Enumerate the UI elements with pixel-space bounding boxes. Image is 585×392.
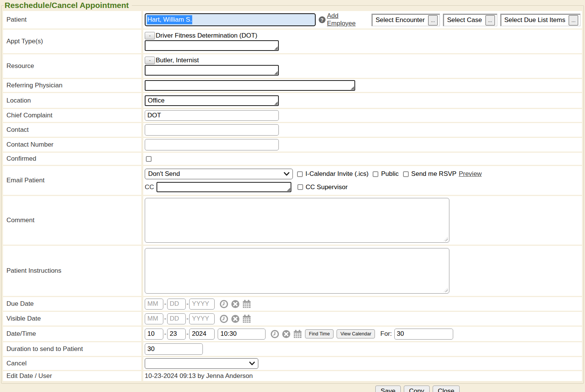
email-send-select[interactable]: Don't Send [145, 169, 293, 179]
email-patient-label: Email Patient [3, 166, 141, 195]
comment-row: Comment [3, 196, 582, 245]
comment-label: Comment [3, 196, 141, 245]
visible-date-day-input[interactable] [167, 313, 186, 324]
clear-icon[interactable] [282, 330, 291, 338]
clear-icon[interactable] [231, 315, 240, 323]
patient-row: Patient Hart, William S. ? Add Employee … [3, 11, 582, 28]
appt-types-label: Appt Type(s) [3, 30, 141, 53]
find-time-button[interactable]: Find Time [305, 329, 334, 338]
patient-instructions-row: Patient Instructions [3, 246, 582, 296]
select-due-list-items-label: Select Due List Items [504, 16, 566, 24]
resize-handle[interactable] [444, 288, 448, 292]
cancel-row: Cancel [3, 357, 582, 370]
remove-resource-button[interactable]: - [145, 57, 155, 64]
add-employee-link[interactable]: Add Employee [327, 12, 368, 27]
select-case-button[interactable]: ... [485, 15, 495, 25]
duration-label: Duration to send to Patient [3, 342, 141, 356]
remove-appt-type-button[interactable]: - [145, 32, 155, 40]
save-button[interactable]: Save [375, 386, 401, 392]
send-me-rsvp-label: Send me RSVP [411, 170, 457, 178]
resize-handle[interactable] [287, 188, 290, 191]
select-due-list-items-button[interactable]: ... [569, 15, 578, 25]
public-label: Public [381, 170, 398, 178]
copy-button[interactable]: Copy [404, 386, 430, 392]
chief-complaint-input[interactable] [145, 110, 279, 121]
confirmed-row: Confirmed [3, 153, 582, 165]
visible-date-year-input[interactable] [189, 313, 215, 324]
help-icon[interactable]: ? [319, 16, 326, 23]
resize-handle[interactable] [274, 46, 278, 50]
resize-handle[interactable] [444, 237, 448, 241]
visible-date-label: Visible Date [3, 312, 141, 326]
select-encounter-button[interactable]: ... [428, 15, 438, 25]
select-case-box: Select Case ... [443, 14, 497, 26]
edit-date-user-label: Edit Date / User [3, 371, 141, 381]
patient-label: Patient [3, 11, 141, 28]
due-date-row: Due Date - - [3, 297, 582, 311]
ical-invite-label: I-Calendar Invite (.ics) [305, 170, 368, 178]
appt-type-search-textarea[interactable] [145, 40, 279, 51]
clear-icon[interactable] [231, 300, 240, 308]
contact-input[interactable] [145, 124, 279, 136]
patient-input[interactable]: Hart, William S. [145, 13, 316, 26]
resize-handle[interactable] [274, 101, 278, 105]
due-date-year-input[interactable] [189, 299, 215, 310]
resource-selected: Butler, Internist [156, 57, 199, 64]
preview-link[interactable]: Preview [459, 170, 482, 178]
view-calendar-button[interactable]: View Calendar [337, 329, 375, 338]
date-time-month-input[interactable] [145, 329, 163, 340]
chevron-down-icon [249, 362, 255, 365]
duration-input[interactable] [145, 343, 203, 355]
send-me-rsvp-checkbox[interactable] [403, 171, 409, 177]
appointment-form: Reschedule/Cancel Appointment Patient Ha… [1, 1, 584, 384]
page-title: Reschedule/Cancel Appointment [4, 1, 132, 10]
patient-instructions-textarea[interactable] [145, 248, 449, 294]
location-row: Location Office [3, 93, 582, 108]
visible-date-month-input[interactable] [145, 313, 163, 324]
cc-supervisor-checkbox[interactable] [297, 184, 303, 190]
email-patient-row: Email Patient Don't Send I-Calendar Invi… [3, 166, 582, 195]
contact-number-input[interactable] [145, 139, 279, 150]
confirmed-checkbox[interactable] [146, 156, 152, 162]
referring-physician-textarea[interactable] [145, 80, 355, 91]
comment-textarea[interactable] [145, 198, 449, 243]
date-time-day-input[interactable] [167, 329, 186, 340]
resource-row: Resource - Butler, Internist [3, 54, 582, 78]
location-label: Location [3, 93, 141, 108]
footer-actions: Save Copy Close [0, 384, 585, 392]
clock-icon[interactable] [220, 315, 228, 323]
due-date-day-input[interactable] [167, 299, 186, 310]
referring-physician-label: Referring Physician [3, 79, 141, 92]
location-textarea[interactable]: Office [145, 95, 279, 106]
resize-handle[interactable] [351, 86, 354, 90]
clock-icon[interactable] [270, 330, 279, 338]
calendar-icon[interactable] [242, 300, 251, 308]
visible-date-row: Visible Date - - [3, 312, 582, 326]
resource-label: Resource [3, 54, 141, 78]
date-time-year-input[interactable] [189, 329, 215, 340]
public-checkbox[interactable] [373, 171, 378, 177]
appt-types-row: Appt Type(s) - Driver Fitness Determinat… [3, 30, 582, 53]
contact-label: Contact [3, 123, 141, 137]
chief-complaint-label: Chief Complaint [3, 109, 141, 122]
cc-supervisor-label: CC Supervisor [306, 183, 348, 191]
resource-search-textarea[interactable] [145, 65, 279, 76]
ical-invite-checkbox[interactable] [297, 171, 303, 177]
date-time-time-input[interactable] [218, 329, 266, 340]
calendar-icon[interactable] [242, 315, 251, 323]
select-encounter-label: Select Encounter [376, 16, 425, 24]
cc-label: CC [145, 183, 154, 191]
due-date-month-input[interactable] [145, 299, 163, 310]
chevron-down-icon [284, 172, 289, 176]
date-time-label: Date/Time [3, 327, 141, 341]
contact-number-row: Contact Number [3, 138, 582, 152]
calendar-icon[interactable] [293, 330, 302, 338]
for-duration-input[interactable] [394, 329, 453, 340]
patient-input-selected-text: Hart, William S. [147, 15, 192, 24]
clock-icon[interactable] [220, 300, 228, 308]
cancel-reason-select[interactable] [145, 358, 258, 369]
resize-handle[interactable] [274, 71, 278, 74]
close-button[interactable]: Close [433, 386, 460, 392]
cc-textarea[interactable] [157, 182, 291, 192]
confirmed-label: Confirmed [3, 153, 141, 165]
